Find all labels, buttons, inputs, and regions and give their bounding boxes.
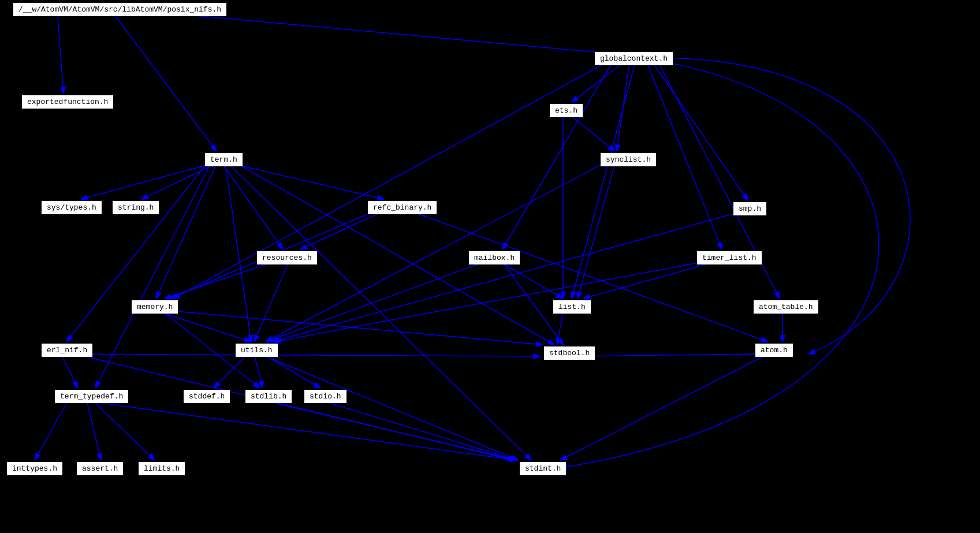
svg-line-40 (214, 354, 247, 388)
node-stdio: stdio.h (304, 390, 346, 403)
svg-line-56 (260, 354, 519, 460)
svg-line-2 (58, 17, 64, 94)
svg-line-51 (66, 163, 207, 342)
svg-line-50 (254, 262, 289, 342)
node-posix_nifs: /__w/AtomVM/AtomVM/src/libAtomVM/posix_n… (13, 3, 226, 16)
node-list: list.h (553, 300, 591, 314)
svg-line-10 (502, 62, 612, 249)
svg-line-21 (225, 163, 251, 342)
node-timer_list: timer_list.h (697, 251, 762, 264)
node-refc_binary: refc_binary.h (368, 201, 437, 214)
svg-line-1 (150, 12, 627, 55)
svg-line-30 (500, 262, 563, 299)
svg-line-3 (115, 16, 217, 151)
dependency-graph-svg (0, 0, 980, 533)
node-term_typedef: term_typedef.h (55, 390, 128, 403)
svg-line-45 (35, 400, 68, 460)
node-smp: smp.h (733, 202, 766, 215)
node-stddef: stddef.h (184, 390, 230, 403)
node-exportedfunction: exportedfunction.h (22, 95, 113, 109)
node-limits: limits.h (139, 462, 185, 475)
node-mailbox: mailbox.h (469, 251, 520, 264)
node-term: term.h (205, 153, 243, 166)
node-globalcontext: globalcontext.h (595, 52, 673, 65)
node-atom_table: atom_table.h (754, 300, 818, 314)
svg-line-4 (572, 62, 624, 102)
svg-line-36 (170, 311, 543, 345)
svg-line-20 (156, 163, 217, 299)
svg-line-7 (647, 62, 722, 249)
node-stdbool: stdbool.h (544, 346, 595, 360)
svg-line-14 (577, 163, 615, 299)
svg-line-35 (156, 311, 251, 342)
svg-line-18 (141, 163, 217, 199)
node-assert: assert.h (77, 462, 123, 475)
node-memory: memory.h (132, 300, 178, 314)
svg-line-19 (231, 163, 384, 199)
svg-line-26 (300, 211, 384, 249)
svg-line-16 (271, 213, 738, 342)
svg-line-48 (52, 354, 540, 356)
node-synclist: synclist.h (601, 153, 656, 166)
node-inttypes: inttypes.h (7, 462, 62, 475)
node-erl_nif: erl_nif.h (42, 344, 92, 357)
node-resources: resources.h (257, 251, 317, 264)
node-stdint: stdint.h (520, 462, 566, 475)
svg-line-52 (87, 400, 101, 460)
svg-line-6 (653, 62, 748, 200)
svg-line-34 (274, 262, 705, 342)
svg-line-49 (557, 311, 563, 345)
svg-line-29 (165, 262, 274, 299)
svg-line-11 (572, 62, 635, 299)
node-stdlib: stdlib.h (245, 390, 292, 403)
svg-line-41 (254, 354, 263, 388)
svg-line-55 (75, 354, 514, 460)
node-string: string.h (113, 201, 159, 214)
node-atom: atom.h (755, 344, 793, 357)
node-ets: ets.h (550, 104, 583, 117)
svg-line-9 (173, 62, 606, 299)
svg-line-12 (569, 114, 615, 151)
svg-line-46 (81, 400, 517, 460)
svg-line-54 (321, 400, 517, 460)
svg-line-39 (61, 354, 78, 388)
node-sys_types: sys/types.h (42, 201, 102, 214)
node-utils: utils.h (236, 344, 278, 357)
svg-line-44 (577, 354, 762, 356)
